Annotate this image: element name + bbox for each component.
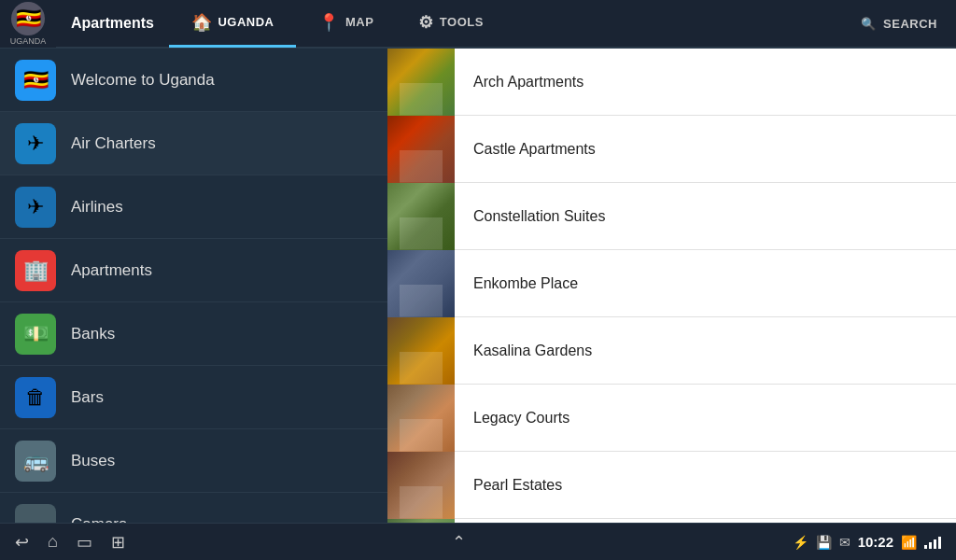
- list-item-label-5: Kasalina Gardens: [455, 343, 611, 359]
- clock: 10:22: [858, 534, 893, 550]
- air-charters-icon: ✈: [15, 123, 56, 164]
- list-item[interactable]: Castle Apartments: [387, 116, 956, 183]
- sidebar-label-buses: Buses: [71, 452, 115, 470]
- list-item-label-6: Legacy Courts: [455, 410, 588, 427]
- list-thumb-4: [387, 250, 455, 317]
- list-thumb-2: [387, 116, 455, 183]
- search-button[interactable]: 🔍 SEARCH: [842, 17, 956, 31]
- sidebar-item-buses[interactable]: 🚌 Buses: [0, 429, 387, 493]
- sidebar-item-more[interactable]: ⋯ Camera: [0, 493, 387, 523]
- usb-icon: ⚡: [793, 535, 808, 550]
- sidebar-item-welcome[interactable]: 🇺🇬 Welcome to Uganda: [0, 49, 387, 112]
- app-title: Apartments: [56, 15, 169, 32]
- list-item[interactable]: Enkombe Place: [387, 250, 956, 317]
- sidebar-item-banks[interactable]: 💵 Banks: [0, 302, 387, 366]
- bottom-nav-left: ↩ ⌂ ▭ ⊞: [15, 532, 125, 553]
- airlines-icon: ✈: [15, 187, 56, 228]
- content-list: Arch Apartments Castle Apartments Conste…: [387, 49, 956, 523]
- tab-map-label: MAP: [345, 15, 373, 29]
- sidebar-label-bars: Bars: [71, 388, 104, 407]
- tab-tools[interactable]: ⚙ TOOLS: [396, 0, 506, 48]
- logo-text: UGANDA: [10, 36, 47, 46]
- sidebar-label-airlines: Airlines: [71, 198, 123, 217]
- sidebar-item-airlines[interactable]: ✈ Airlines: [0, 175, 387, 239]
- app-logo: 🇺🇬 UGANDA: [0, 0, 56, 48]
- recents-button[interactable]: ▭: [77, 532, 92, 553]
- list-item[interactable]: Constellation Suites: [387, 183, 956, 250]
- more-icon: ⋯: [15, 504, 56, 524]
- email-icon: ✉: [839, 535, 851, 550]
- sidebar-label-banks: Banks: [71, 325, 115, 343]
- search-icon: 🔍: [861, 17, 877, 31]
- back-button[interactable]: ↩: [15, 532, 29, 553]
- list-thumb-1: [387, 49, 455, 116]
- top-bar: 🇺🇬 UGANDA Apartments 🏠 UGANDA 📍 MAP ⚙ TO…: [0, 0, 956, 49]
- wifi-icon: 📶: [901, 535, 917, 550]
- list-item-label-3: Constellation Suites: [455, 208, 624, 225]
- qr-button[interactable]: ⊞: [111, 532, 125, 553]
- list-thumb-3: [387, 183, 455, 250]
- tab-tools-label: TOOLS: [440, 15, 484, 29]
- map-pin-icon: 📍: [318, 12, 340, 33]
- home-button[interactable]: ⌂: [48, 532, 58, 552]
- main-content: 🇺🇬 Welcome to Uganda ✈ Air Charters ✈ Ai…: [0, 49, 956, 523]
- list-item[interactable]: Legacy Courts: [387, 385, 956, 452]
- list-item[interactable]: Sunrise Residences: [387, 519, 956, 523]
- signal-bars: [924, 536, 941, 549]
- bottom-nav-center: ⌃: [452, 532, 466, 553]
- nav-tabs: 🏠 UGANDA 📍 MAP ⚙ TOOLS: [169, 0, 842, 48]
- search-label: SEARCH: [883, 17, 937, 31]
- bottom-bar: ↩ ⌂ ▭ ⊞ ⌃ ⚡ 💾 ✉ 10:22 📶: [0, 523, 956, 560]
- bars-icon: 🗑: [15, 377, 56, 418]
- sidebar-label-air-charters: Air Charters: [71, 134, 156, 153]
- gear-icon: ⚙: [418, 12, 434, 33]
- sidebar: 🇺🇬 Welcome to Uganda ✈ Air Charters ✈ Ai…: [0, 49, 387, 523]
- list-item-label-1: Arch Apartments: [455, 74, 602, 91]
- tab-uganda[interactable]: 🏠 UGANDA: [169, 0, 297, 48]
- list-thumb-5: [387, 317, 455, 385]
- list-item[interactable]: Arch Apartments: [387, 49, 956, 116]
- storage-icon: 💾: [816, 535, 832, 550]
- list-item[interactable]: Kasalina Gardens: [387, 317, 956, 385]
- list-item-label-4: Enkombe Place: [455, 275, 597, 292]
- list-item[interactable]: Pearl Estates: [387, 452, 956, 519]
- sidebar-item-bars[interactable]: 🗑 Bars: [0, 366, 387, 429]
- sidebar-label-apartments: Apartments: [71, 261, 152, 280]
- welcome-icon: 🇺🇬: [15, 60, 56, 101]
- sidebar-label-welcome: Welcome to Uganda: [71, 71, 215, 90]
- expand-icon: ⌃: [452, 532, 466, 553]
- list-item-label-7: Pearl Estates: [455, 477, 581, 494]
- sidebar-item-apartments[interactable]: 🏢 Apartments: [0, 239, 387, 302]
- bottom-nav-right: ⚡ 💾 ✉ 10:22 📶: [793, 534, 941, 550]
- list-item-label-2: Castle Apartments: [455, 141, 614, 158]
- list-thumb-7: [387, 452, 455, 519]
- apartments-icon: 🏢: [15, 250, 56, 291]
- home-icon: 🏠: [191, 12, 213, 33]
- tab-map[interactable]: 📍 MAP: [296, 0, 396, 48]
- list-thumb-6: [387, 385, 455, 452]
- logo-avatar: 🇺🇬: [11, 2, 45, 35]
- sidebar-label-more: Camera: [71, 515, 127, 524]
- banks-icon: 💵: [15, 314, 56, 355]
- tab-uganda-label: UGANDA: [218, 15, 274, 29]
- list-thumb-8: [387, 519, 455, 524]
- buses-icon: 🚌: [15, 441, 56, 482]
- sidebar-item-air-charters[interactable]: ✈ Air Charters: [0, 112, 387, 175]
